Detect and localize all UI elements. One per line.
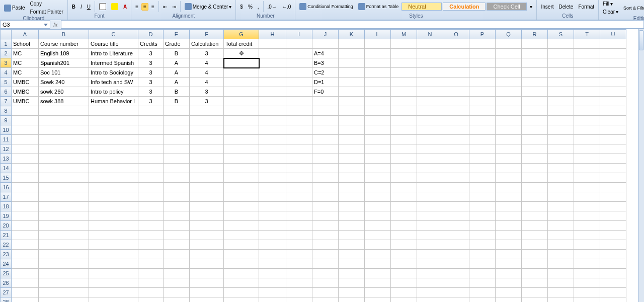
format-button[interactable]: Format — [576, 3, 596, 11]
cell-A12[interactable] — [12, 144, 39, 154]
cell-A13[interactable] — [12, 154, 39, 164]
cell-E22[interactable] — [164, 240, 190, 250]
cell-J20[interactable] — [312, 221, 339, 231]
cell-P1[interactable] — [469, 39, 496, 49]
cell-O12[interactable] — [443, 144, 469, 154]
cell-T19[interactable] — [574, 211, 600, 221]
cell-K8[interactable] — [339, 106, 365, 116]
cell-J15[interactable] — [312, 173, 339, 183]
cell-E17[interactable] — [164, 192, 190, 202]
col-header-N[interactable]: N — [417, 30, 443, 39]
cell-Q22[interactable] — [496, 240, 522, 250]
cell-Q24[interactable] — [496, 259, 522, 269]
cell-S18[interactable] — [548, 202, 574, 211]
cell-K14[interactable] — [339, 164, 365, 173]
cell-K25[interactable] — [339, 269, 365, 278]
cell-A2[interactable]: MC — [12, 49, 39, 58]
cell-B17[interactable] — [39, 192, 89, 202]
cell-P12[interactable] — [469, 144, 496, 154]
cell-G23[interactable] — [224, 250, 259, 259]
cell-J7[interactable] — [312, 97, 339, 106]
row-header-5[interactable]: 5 — [1, 78, 12, 87]
cell-Q23[interactable] — [496, 250, 522, 259]
cell-U3[interactable] — [600, 58, 626, 68]
cell-J13[interactable] — [312, 154, 339, 164]
cell-H1[interactable] — [259, 39, 286, 49]
cell-A8[interactable] — [12, 106, 39, 116]
cell-G8[interactable] — [224, 106, 259, 116]
cell-F9[interactable] — [190, 116, 224, 125]
cell-S1[interactable] — [548, 39, 574, 49]
cell-N24[interactable] — [417, 259, 443, 269]
cell-F13[interactable] — [190, 154, 224, 164]
cell-P21[interactable] — [469, 231, 496, 240]
row-header-14[interactable]: 14 — [1, 164, 12, 173]
conditional-formatting-button[interactable]: Conditional Formatting — [297, 2, 355, 11]
cell-D26[interactable] — [138, 278, 164, 288]
cell-K10[interactable] — [339, 125, 365, 135]
cell-O17[interactable] — [443, 192, 469, 202]
cell-U21[interactable] — [600, 231, 626, 240]
cell-E8[interactable] — [164, 106, 190, 116]
cell-G4[interactable] — [224, 68, 259, 78]
cell-C1[interactable]: Course title — [89, 39, 138, 49]
cell-R21[interactable] — [522, 231, 548, 240]
cell-F8[interactable] — [190, 106, 224, 116]
cell-G20[interactable] — [224, 221, 259, 231]
cell-K21[interactable] — [339, 231, 365, 240]
cell-H3[interactable] — [259, 58, 286, 68]
cell-L15[interactable] — [365, 173, 391, 183]
cell-J17[interactable] — [312, 192, 339, 202]
cell-I20[interactable] — [286, 221, 312, 231]
cell-B11[interactable] — [39, 135, 89, 144]
cell-N8[interactable] — [417, 106, 443, 116]
cell-D3[interactable]: 3 — [138, 58, 164, 68]
cell-U4[interactable] — [600, 68, 626, 78]
cell-P2[interactable] — [469, 49, 496, 58]
cell-T7[interactable] — [574, 97, 600, 106]
cell-S8[interactable] — [548, 106, 574, 116]
cell-B2[interactable]: English 109 — [39, 49, 89, 58]
col-header-G[interactable]: G — [224, 30, 259, 39]
cell-U28[interactable] — [600, 297, 626, 303]
cell-B26[interactable] — [39, 278, 89, 288]
cell-B3[interactable]: Spanish201 — [39, 58, 89, 68]
cell-S7[interactable] — [548, 97, 574, 106]
cell-E27[interactable] — [164, 288, 190, 297]
cell-N27[interactable] — [417, 288, 443, 297]
cell-F3[interactable]: 4 — [190, 58, 224, 68]
cell-O23[interactable] — [443, 250, 469, 259]
cell-I21[interactable] — [286, 231, 312, 240]
cell-S4[interactable] — [548, 68, 574, 78]
cell-C21[interactable] — [89, 231, 138, 240]
cell-C8[interactable] — [89, 106, 138, 116]
cell-N16[interactable] — [417, 183, 443, 192]
cell-A19[interactable] — [12, 211, 39, 221]
cell-G22[interactable] — [224, 240, 259, 250]
cell-J26[interactable] — [312, 278, 339, 288]
cell-M12[interactable] — [391, 144, 417, 154]
cell-F22[interactable] — [190, 240, 224, 250]
cell-F18[interactable] — [190, 202, 224, 211]
cell-M8[interactable] — [391, 106, 417, 116]
cell-U17[interactable] — [600, 192, 626, 202]
cell-I6[interactable] — [286, 87, 312, 97]
cell-I7[interactable] — [286, 97, 312, 106]
cell-K16[interactable] — [339, 183, 365, 192]
name-box[interactable]: G3 — [0, 20, 50, 29]
row-header-18[interactable]: 18 — [1, 202, 12, 211]
cell-G5[interactable] — [224, 78, 259, 87]
cell-M27[interactable] — [391, 288, 417, 297]
cell-C26[interactable] — [89, 278, 138, 288]
cell-M6[interactable] — [391, 87, 417, 97]
cell-P5[interactable] — [469, 78, 496, 87]
cell-B13[interactable] — [39, 154, 89, 164]
cell-S17[interactable] — [548, 192, 574, 202]
cell-S16[interactable] — [548, 183, 574, 192]
cell-P8[interactable] — [469, 106, 496, 116]
cell-S25[interactable] — [548, 269, 574, 278]
style-neutral[interactable]: Neutral — [401, 3, 442, 11]
cell-O27[interactable] — [443, 288, 469, 297]
cell-K22[interactable] — [339, 240, 365, 250]
cell-H2[interactable] — [259, 49, 286, 58]
